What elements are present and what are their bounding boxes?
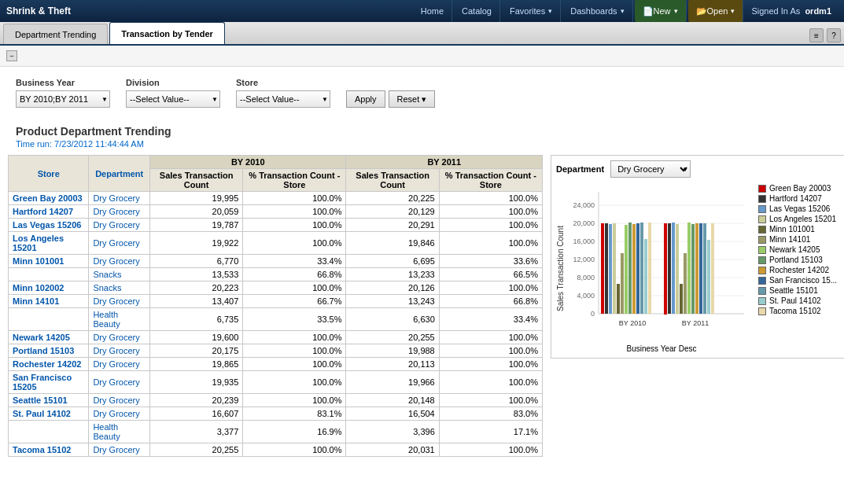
nav-new[interactable]: 📄 New ▾: [635, 0, 687, 22]
svg-rect-35: [691, 224, 695, 314]
legend-item: Los Angeles 15201: [758, 215, 844, 223]
svg-rect-37: [699, 223, 702, 314]
table-row: Newark 14205Dry Grocery19,600100.0%20,25…: [9, 331, 543, 344]
nav-home[interactable]: Home: [413, 0, 452, 22]
cell-sales-2011: 20,129: [346, 205, 439, 219]
cell-sales-2011: 20,225: [346, 192, 439, 205]
legend-label: Minn 14101: [769, 235, 810, 244]
nav-dashboards[interactable]: Dashboards ▾: [562, 0, 632, 22]
cell-pct-2010: 100.0%: [243, 344, 346, 358]
col-sales-2011: Sales Transaction Count: [346, 169, 439, 192]
legend-label: Rochester 14202: [769, 266, 829, 274]
svg-rect-18: [613, 223, 616, 314]
apply-button[interactable]: Apply: [346, 90, 385, 108]
main-split: Store Department BY 2010 BY 2011 Sales T…: [0, 155, 844, 465]
store-select[interactable]: --Select Value--: [236, 90, 330, 108]
nav-open[interactable]: 📂 Open ▾: [688, 0, 744, 22]
legend-color-swatch: [758, 267, 766, 274]
cell-dept: Snacks: [89, 281, 150, 295]
chevron-down-icon: ▾: [548, 7, 552, 15]
business-year-select-wrapper: BY 2010;BY 2011: [16, 90, 110, 108]
legend-item: Seattle 15101: [758, 286, 844, 295]
svg-rect-33: [684, 253, 687, 314]
chevron-down-icon: ▾: [674, 7, 678, 15]
division-select[interactable]: --Select Value--: [126, 90, 220, 108]
table-row: Snacks13,53366.8%13,23366.5%: [9, 268, 543, 281]
help-icon[interactable]: ?: [827, 28, 841, 42]
cell-store: [9, 268, 89, 281]
svg-rect-38: [703, 223, 706, 314]
cell-dept: Dry Grocery: [89, 232, 150, 255]
chart-legend: Green Bay 20003Hartford 14207Las Vegas 1…: [758, 184, 844, 353]
cell-sales-2010: 13,407: [149, 295, 242, 308]
cell-sales-2011: 20,113: [346, 358, 439, 371]
svg-rect-21: [625, 225, 628, 314]
minimize-button[interactable]: −: [6, 50, 17, 61]
chart-dept-select[interactable]: Dry Grocery: [610, 160, 691, 178]
chevron-down-icon: ▾: [621, 7, 625, 15]
cell-pct-2010: 100.0%: [243, 371, 346, 394]
table-row: Portland 15103Dry Grocery20,175100.0%19,…: [9, 344, 543, 358]
cell-dept: Dry Grocery: [89, 219, 150, 232]
cell-store: San Francisco 15205: [9, 371, 89, 394]
bar-chart-svg: 0 4,000 8,000 12,000 16,000 20,000: [571, 184, 752, 341]
cell-store: Las Vegas 15206: [9, 219, 89, 232]
cell-sales-2011: 20,031: [346, 443, 439, 457]
cell-store: Minn 101001: [9, 255, 89, 268]
table-row: Green Bay 20003Dry Grocery19,995100.0%20…: [9, 192, 543, 205]
svg-rect-30: [672, 223, 675, 314]
cell-pct-2011: 100.0%: [439, 192, 542, 205]
options-icon[interactable]: ≡: [809, 28, 824, 42]
division-filter: Division --Select Value--: [126, 78, 220, 108]
tab-transaction-by-tender[interactable]: Transaction by Tender: [109, 22, 225, 44]
cell-dept: Dry Grocery: [89, 371, 150, 394]
table-row: Health Beauty3,37716.9%3,39617.1%: [9, 421, 543, 443]
cell-sales-2010: 6,735: [149, 308, 242, 331]
chart-container: Department Dry Grocery Sales Transaction…: [551, 155, 844, 359]
cell-sales-2010: 20,059: [149, 205, 242, 219]
store-filter: Store --Select Value--: [236, 78, 330, 108]
cell-pct-2011: 100.0%: [439, 205, 542, 219]
legend-label: Portland 15103: [769, 256, 823, 264]
legend-item: Las Vegas 15206: [758, 204, 844, 213]
cell-sales-2011: 20,148: [346, 394, 439, 407]
cell-sales-2011: 19,988: [346, 344, 439, 358]
cell-sales-2010: 19,787: [149, 219, 242, 232]
col-pct-2011: % Transaction Count - Store: [439, 169, 542, 192]
cell-dept: Dry Grocery: [89, 443, 150, 457]
cell-sales-2011: 16,504: [346, 407, 439, 421]
cell-sales-2010: 20,255: [149, 443, 242, 457]
table-row: Los Angeles 15201Dry Grocery19,922100.0%…: [9, 232, 543, 255]
cell-sales-2011: 3,396: [346, 421, 439, 443]
svg-rect-22: [628, 223, 632, 314]
legend-item: St. Paul 14102: [758, 296, 844, 305]
table-row: San Francisco 15205Dry Grocery19,935100.…: [9, 371, 543, 394]
cell-pct-2010: 100.0%: [243, 205, 346, 219]
cell-sales-2010: 19,995: [149, 192, 242, 205]
tab-department-trending[interactable]: Department Trending: [3, 24, 108, 44]
cell-sales-2010: 19,865: [149, 358, 242, 371]
cell-sales-2011: 20,291: [346, 219, 439, 232]
cell-pct-2011: 100.0%: [439, 344, 542, 358]
table-row: Rochester 14202Dry Grocery19,865100.0%20…: [9, 358, 543, 371]
cell-dept: Dry Grocery: [89, 255, 150, 268]
svg-rect-17: [609, 224, 612, 314]
legend-item: Hartford 14207: [758, 194, 844, 203]
store-select-wrapper: --Select Value--: [236, 90, 330, 108]
cell-pct-2010: 66.8%: [243, 268, 346, 281]
chevron-down-icon: ▾: [731, 7, 735, 15]
cell-sales-2010: 6,770: [149, 255, 242, 268]
cell-pct-2011: 100.0%: [439, 394, 542, 407]
table-row: Tacoma 15102Dry Grocery20,255100.0%20,03…: [9, 443, 543, 457]
cell-pct-2010: 33.4%: [243, 255, 346, 268]
cell-pct-2010: 100.0%: [243, 232, 346, 255]
legend-label: Minn 101001: [769, 225, 815, 234]
business-year-select[interactable]: BY 2010;BY 2011: [16, 90, 110, 108]
cell-sales-2010: 16,607: [149, 407, 242, 421]
cell-store: Seattle 15101: [9, 394, 89, 407]
reset-button[interactable]: Reset ▾: [389, 90, 436, 108]
nav-favorites[interactable]: Favorites ▾: [502, 0, 561, 22]
cell-store: Portland 15103: [9, 344, 89, 358]
table-body: Green Bay 20003Dry Grocery19,995100.0%20…: [9, 192, 543, 457]
nav-catalog[interactable]: Catalog: [454, 0, 500, 22]
